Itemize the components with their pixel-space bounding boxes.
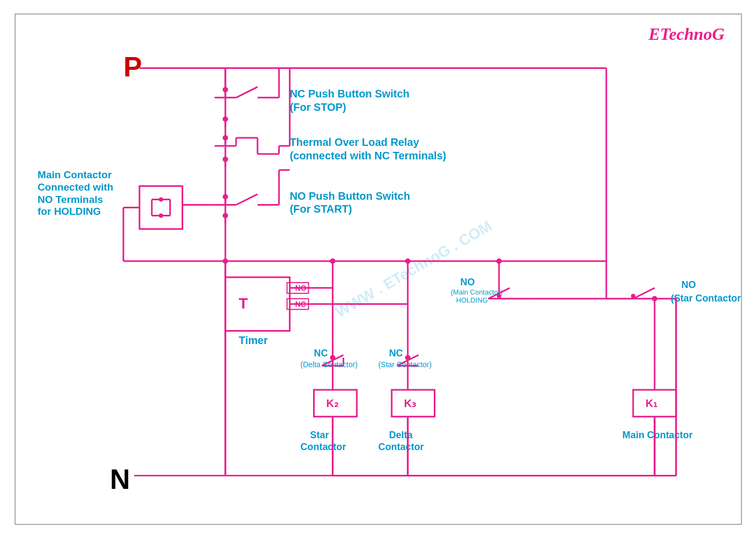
nc-push-button-label2: (For STOP)	[289, 101, 346, 113]
circuit-diagram: P NC Push Button Switch (For STOP)	[16, 15, 741, 524]
k3-text2: Contactor	[378, 441, 424, 452]
no-star-sub: (Star Contactor)	[670, 293, 740, 304]
no-main-holding-sub2: HOLDING	[456, 296, 488, 304]
k3-text1: Delta	[389, 430, 413, 440]
k3-label: K₃	[404, 397, 415, 409]
svg-point-61	[405, 258, 410, 264]
nc-star-sub: (Star Contactor)	[378, 360, 432, 369]
nc-delta-label: NC	[314, 348, 328, 359]
n-node-label: N	[110, 464, 130, 495]
no-star-label: NO	[681, 279, 696, 290]
k1-label: K₁	[645, 397, 657, 409]
thermal-relay-label2: (connected with NC Terminals)	[289, 150, 446, 162]
svg-point-24	[223, 157, 228, 162]
no-main-holding-sub: (Main Contactor)	[450, 288, 502, 296]
k2-text1: Star	[310, 430, 329, 440]
nc-delta-sub: (Delta Contactor)	[300, 360, 357, 369]
svg-point-68	[496, 258, 502, 264]
k2-text2: Contactor	[300, 441, 346, 452]
svg-line-29	[236, 194, 258, 205]
main-contactor-lbl2: Connected with	[37, 181, 113, 193]
svg-point-33	[223, 213, 228, 218]
k2-label: K₂	[326, 397, 338, 409]
timer-box	[225, 277, 289, 331]
nc-star-label: NC	[389, 348, 403, 359]
svg-line-8	[236, 87, 258, 97]
thermal-relay-label1: Thermal Over Load Relay	[289, 136, 419, 148]
main-contactor-lbl1: Main Contactor	[37, 169, 112, 180]
svg-line-77	[633, 288, 655, 299]
no-main-holding-label: NO	[460, 277, 475, 287]
nc-push-button-label1: NC Push Button Switch	[289, 88, 409, 100]
svg-point-93	[223, 258, 228, 264]
main-contactor-lbl4: for HOLDING	[37, 206, 101, 217]
svg-point-79	[631, 294, 635, 298]
p-node-label: P	[123, 51, 142, 82]
k1-text: Main Contactor	[622, 430, 692, 440]
main-container: ETechnoG WWW . ETechnoG . COM P	[15, 13, 742, 525]
no-push-button-label2: (For START)	[289, 203, 352, 215]
timer-t-label: T	[239, 295, 248, 312]
svg-point-52	[330, 258, 335, 264]
timer-label: Timer	[239, 334, 268, 346]
no-push-button-label1: NO Push Button Switch	[289, 190, 410, 202]
main-contactor-box	[139, 186, 182, 229]
svg-point-87	[651, 296, 657, 301]
main-contactor-lbl3: NO Terminals	[37, 194, 103, 205]
